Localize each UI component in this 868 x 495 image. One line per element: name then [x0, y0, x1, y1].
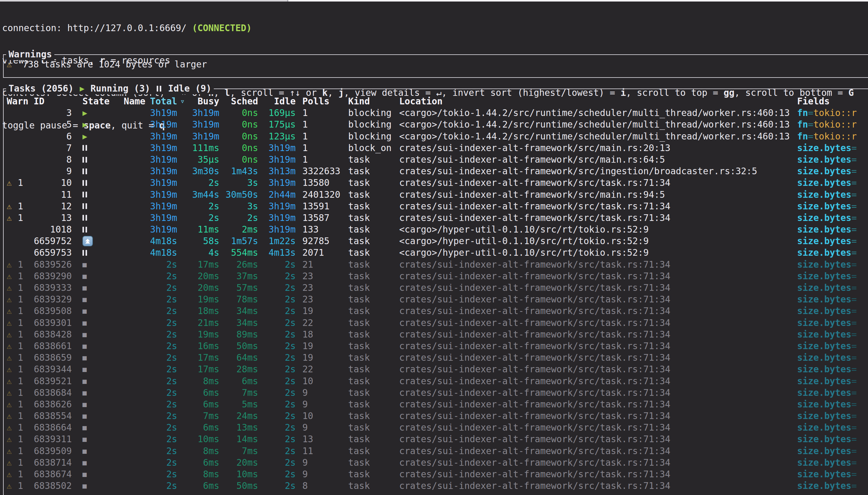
cell-name	[116, 212, 146, 224]
cell-location: <cargo>/tokio-1.44.2/src/runtime/schedul…	[397, 131, 794, 142]
task-row[interactable]: 83h19m35µs0ns3h19m1taskcrates/sui-indexe…	[4, 154, 868, 166]
task-row[interactable]: ⚠16839344■2s17ms28ms2s22taskcrates/sui-i…	[4, 363, 868, 375]
task-row[interactable]: 6▶3h19m3h19m0ns123µs1blocking<cargo>/tok…	[4, 131, 868, 142]
cell-sched: 13ms	[221, 422, 260, 433]
cell-name	[116, 433, 146, 445]
duration-value: 2h44m	[268, 189, 296, 200]
cell-state: ■	[76, 422, 116, 433]
duration-value: 2s	[166, 422, 177, 433]
task-row[interactable]: ⚠16838659■2s17ms64ms2s19taskcrates/sui-i…	[4, 352, 868, 363]
task-row[interactable]: ⚠16838502■2s6ms50ms2s8taskcrates/sui-ind…	[4, 480, 868, 492]
task-row[interactable]: ⚠16839509■2s8ms7ms2s11taskcrates/sui-ind…	[4, 445, 868, 457]
task-row[interactable]: 5▶3h19m3h19m0ns175µs1blocking<cargo>/tok…	[4, 119, 868, 130]
cell-task-id: 6838674	[31, 468, 76, 480]
column-header-polls[interactable]: Polls	[298, 96, 346, 107]
warning-triangle-icon: ⚠	[7, 58, 18, 70]
task-row[interactable]: 3▶3h19m3h19m0ns169µs1blocking<cargo>/tok…	[4, 107, 868, 119]
cell-warn	[4, 235, 31, 247]
cell-location: crates/sui-indexer-alt-framework/src/tas…	[397, 270, 794, 282]
task-row[interactable]: ⚠16839333■2s20ms57ms2s23taskcrates/sui-i…	[4, 282, 868, 294]
field-key: size.bytes	[797, 294, 852, 305]
task-row[interactable]: ⚠16839290■2s20ms37ms2s23taskcrates/sui-i…	[4, 270, 868, 282]
cell-sched: 2ms	[221, 224, 260, 235]
task-row[interactable]: ⚠16838714■2s6ms20ms2s9taskcrates/sui-ind…	[4, 457, 868, 468]
column-header-kind[interactable]: Kind	[346, 96, 397, 107]
cell-total: 2s	[146, 410, 179, 422]
duration-value: 30m50s	[226, 189, 258, 200]
cell-state: ■	[76, 410, 116, 422]
column-header-warn[interactable]: Warn	[4, 96, 31, 107]
column-header-state[interactable]: State	[76, 96, 116, 107]
column-header-fields[interactable]: Fields	[794, 96, 868, 107]
task-row[interactable]: 66597524m18s58s1m57s1m22s92785task<cargo…	[4, 235, 868, 247]
task-row[interactable]: ⚠16838661■2s16ms50ms2s19taskcrates/sui-i…	[4, 340, 868, 352]
task-row[interactable]: ⚠16839329■2s19ms78ms2s23taskcrates/sui-i…	[4, 294, 868, 305]
field-key: size.bytes	[797, 213, 852, 223]
field-equals: =	[852, 399, 857, 410]
field-key: fn	[797, 131, 808, 142]
duration-value: 6ms	[203, 388, 219, 398]
cell-kind: task	[346, 189, 397, 201]
column-header-loc[interactable]: Location	[397, 96, 794, 107]
cell-state	[76, 224, 116, 235]
cell-state: ■	[76, 445, 116, 457]
task-row[interactable]: 10183h19m11ms2ms3h19m133task<cargo>/hype…	[4, 224, 868, 235]
cell-busy: 6ms	[179, 480, 221, 492]
cell-fields: size.bytes=	[794, 189, 868, 201]
column-header-busy[interactable]: Busy	[179, 96, 221, 107]
column-header-id[interactable]: ID	[31, 96, 76, 107]
cell-polls: 23	[298, 294, 346, 305]
task-row[interactable]: ⚠16838626■2s6ms5ms2s9taskcrates/sui-inde…	[4, 398, 868, 410]
column-header-label: State	[82, 96, 110, 106]
cell-kind: blocking	[346, 107, 397, 119]
duration-value: 7ms	[242, 446, 258, 456]
cell-location: crates/sui-indexer-alt-framework/src/tas…	[397, 398, 794, 410]
cell-sched: 24ms	[221, 410, 260, 422]
column-header-label: Name	[124, 96, 145, 106]
cell-fields: size.bytes=	[794, 235, 868, 247]
cell-state: ■	[76, 282, 116, 294]
cell-idle: 2s	[260, 352, 298, 363]
duration-value: 7ms	[242, 388, 258, 398]
task-row[interactable]: ⚠16838664■2s6ms13ms2s9taskcrates/sui-ind…	[4, 422, 868, 433]
task-row[interactable]: 113h19m3m44s30m50s2h44m2401320taskcrates…	[4, 189, 868, 201]
cell-name	[116, 480, 146, 492]
cell-sched: 10ms	[221, 468, 260, 480]
column-header-name[interactable]: Name	[116, 96, 146, 107]
task-row[interactable]: ⚠16838554■2s7ms24ms2s10taskcrates/sui-in…	[4, 410, 868, 422]
task-row[interactable]: ⚠16839521■2s8ms6ms2s10taskcrates/sui-ind…	[4, 375, 868, 387]
cell-polls: 10	[298, 375, 346, 387]
task-row[interactable]: ⚠16839311■2s10ms14ms2s13taskcrates/sui-i…	[4, 433, 868, 445]
column-header-idle[interactable]: Idle	[260, 96, 298, 107]
task-row[interactable]: ⚠16839301■2s21ms34ms2s22taskcrates/sui-i…	[4, 317, 868, 329]
column-header-total[interactable]: Total▿	[146, 96, 179, 107]
cell-task-id: 6838714	[31, 457, 76, 468]
cell-fields: size.bytes=	[794, 201, 868, 212]
cell-task-id: 6659752	[31, 235, 76, 247]
task-row[interactable]: ⚠16838428■2s19ms89ms2s18taskcrates/sui-i…	[4, 329, 868, 340]
field-key: size.bytes	[797, 446, 852, 456]
task-row[interactable]: ⚠16839526■2s17ms26ms2s21taskcrates/sui-i…	[4, 259, 868, 270]
cell-polls: 10	[298, 410, 346, 422]
duration-value: 2s	[166, 318, 177, 328]
task-row[interactable]: 66597534m18s4s554ms4m13s2071task<cargo>/…	[4, 247, 868, 258]
duration-value: 11ms	[198, 224, 219, 235]
task-row[interactable]: ⚠16838684■2s6ms7ms2s9taskcrates/sui-inde…	[4, 387, 868, 398]
field-equals: =	[852, 294, 857, 305]
task-row[interactable]: 73h19m111ms0ns3h19m1block_oncrates/sui-i…	[4, 142, 868, 154]
cell-name	[116, 445, 146, 457]
warn-count: 1	[18, 363, 23, 375]
field-key: size.bytes	[797, 224, 852, 235]
task-row[interactable]: ⚠1103h19m2s3s3h19m13580taskcrates/sui-in…	[4, 177, 868, 189]
task-row[interactable]: ⚠1133h19m2s2s3h19m13587taskcrates/sui-in…	[4, 212, 868, 224]
task-row[interactable]: 93h19m3m30s1m43s3h13m3322633taskcrates/s…	[4, 166, 868, 177]
task-row[interactable]: ⚠16838674■2s8ms10ms2s9taskcrates/sui-ind…	[4, 468, 868, 480]
tasks-table-body: 3▶3h19m3h19m0ns169µs1blocking<cargo>/tok…	[4, 107, 868, 492]
field-equals: =	[852, 388, 857, 398]
cell-total: 2s	[146, 363, 179, 375]
cell-kind: task	[346, 247, 397, 258]
column-header-sched[interactable]: Sched	[221, 96, 260, 107]
task-row[interactable]: ⚠16839508■2s18ms34ms2s19taskcrates/sui-i…	[4, 305, 868, 317]
duration-value: 2s	[166, 283, 177, 293]
task-row[interactable]: ⚠1123h19m2s3s3h19m13591taskcrates/sui-in…	[4, 201, 868, 212]
